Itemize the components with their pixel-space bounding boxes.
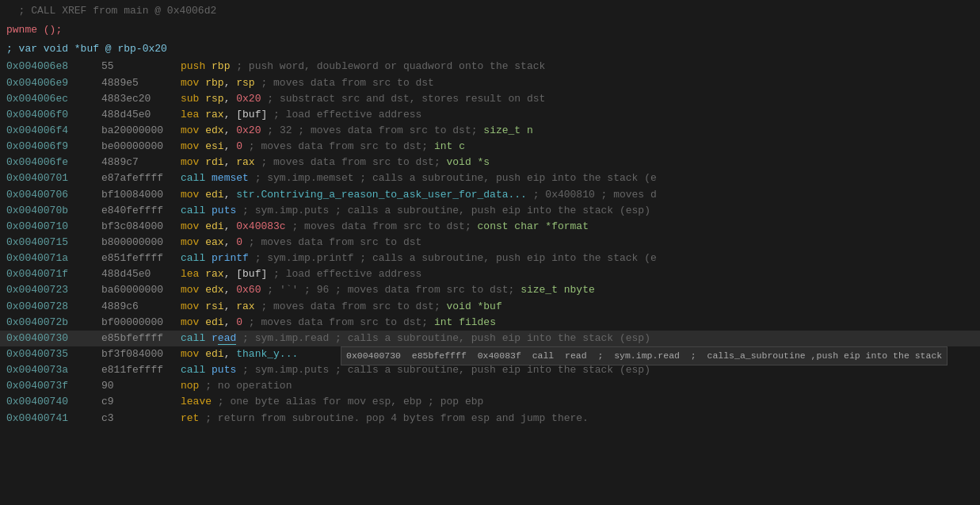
asm-line-mov-rbp-rsp: 0x004006e9 4889e5 mov rbp, rsp ; moves d… [0,75,980,91]
asm-line-lea-buf1: 0x004006f0 488d45e0 lea rax, [buf] ; loa… [0,107,980,123]
asm-line-mov-edx-20: 0x004006f4 ba20000000 mov edx, 0x20 ; 32… [0,123,980,139]
asm-line-call-puts2: 0x0040073a e811feffff call puts ; sym.im… [0,362,980,378]
asm-line-call-memset: 0x00400701 e87afeffff call memset ; sym.… [0,170,980,186]
asm-line-mov-rsi-rax: 0x00400728 4889c6 mov rsi, rax ; moves d… [0,299,980,315]
asm-line-mov-edi-str: 0x00400706 bf10084000 mov edi, str.Contr… [0,187,980,203]
asm-line-sub-rsp: 0x004006ec 4883ec20 sub rsp, 0x20 ; subs… [0,91,980,107]
asm-line-call-read: 0x00400730 e85bfeffff call read ; sym.im… [0,331,980,346]
asm-line-leave: 0x00400740 c9 leave ; one byte alias for… [0,394,980,410]
asm-line-mov-rdi-rax: 0x004006fe 4889c7 mov rdi, rax ; moves d… [0,155,980,170]
asm-line-mov-esi-0: 0x004006f9 be00000000 mov esi, 0 ; moves… [0,139,980,155]
asm-line-nop: 0x0040073f 90 nop ; no operation [0,378,980,394]
asm-line-ret: 0x00400741 c3 ret ; return from subrouti… [0,411,980,427]
xref-comment: ; CALL XREF from main @ 0x4006d2 [0,2,980,21]
asm-line-call-puts1: 0x0040070b e840feffff call puts ; sym.im… [0,203,980,219]
asm-line-push-rbp: 0x004006e8 55 push rbp ; push word, doub… [0,59,980,75]
asm-line-mov-edi-0: 0x0040072b bf00000000 mov edi, 0 ; moves… [0,315,980,331]
var-declaration: ; var void *buf @ rbp-0x20 [0,40,980,59]
asm-line-mov-edi-thank: 0x00400735 bf3f084000 mov edi, thank_y..… [0,346,980,362]
asm-line-mov-edi-fmt: 0x00400710 bf3c084000 mov edi, 0x40083c … [0,219,980,235]
asm-line-mov-edx-60: 0x00400723 ba60000000 mov edx, 0x60 ; '`… [0,282,980,298]
asm-line-mov-eax-0: 0x00400715 b800000000 mov eax, 0 ; moves… [0,235,980,251]
asm-line-lea-buf2: 0x0040071f 488d45e0 lea rax, [buf] ; loa… [0,266,980,282]
asm-line-call-printf: 0x0040071a e851feffff call printf ; sym.… [0,251,980,266]
disassembly-view: ; CALL XREF from main @ 0x4006d2 pwnme (… [0,0,980,428]
func-declaration: pwnme (); [0,21,980,40]
